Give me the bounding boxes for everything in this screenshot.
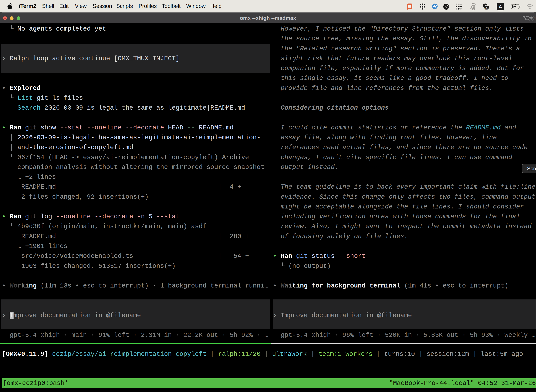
svg-text:1: 1	[534, 16, 536, 21]
svg-text:..61: ..61	[484, 6, 489, 9]
svg-text:A: A	[499, 4, 502, 9]
